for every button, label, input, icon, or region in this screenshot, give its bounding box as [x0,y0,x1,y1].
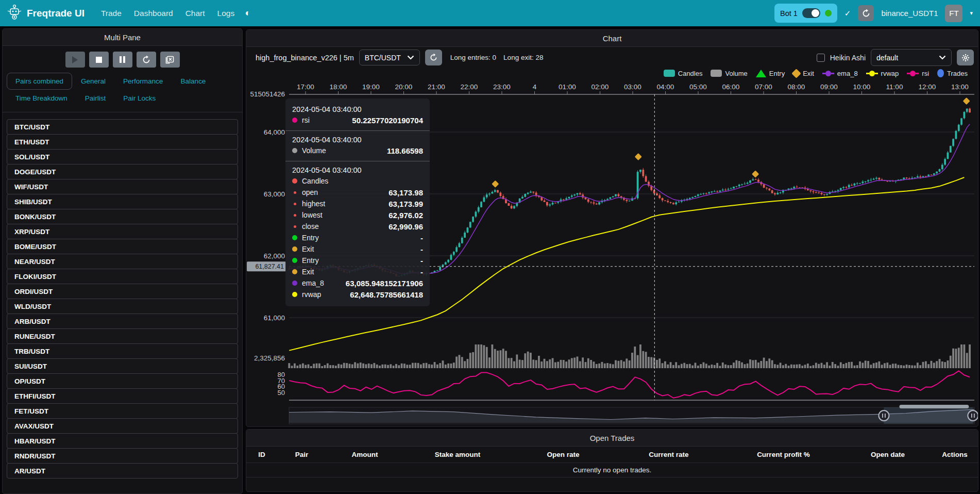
stop-button[interactable] [89,52,109,68]
nav-item-logs[interactable]: Logs [211,5,241,22]
pair-row-sui[interactable]: SUI/USDT [7,358,238,374]
pause-button[interactable] [113,52,132,68]
tooltip-row-close: close62,990.96 [292,221,423,232]
chevron-down-icon [939,55,946,60]
tooltip-label: lowest [302,211,323,219]
tab-pair-locks[interactable]: Pair Locks [114,90,164,107]
legend-swatch [791,69,801,78]
pair-row-fet[interactable]: FET/USDT [7,403,238,419]
svg-text:20:00: 20:00 [395,83,413,91]
pair-row-wld[interactable]: WLD/USDT [7,299,238,314]
bot-online-indicator [825,10,832,17]
tooltip-label: ema_8 [302,279,324,287]
legend-exit[interactable]: Exit [793,70,814,77]
pair-row-ethfi[interactable]: ETHFI/USDT [7,388,238,404]
datazoom-handle-left[interactable] [878,410,889,421]
tab-pairs-combined[interactable]: Pairs combined [7,73,72,90]
series-dot [292,148,297,153]
tooltip-value: 62,976.02 [388,211,423,220]
tooltip-value: - [420,234,423,242]
chart-panel: Chart high_frog_binance_v226 | 5m BTC/US… [246,29,978,427]
svg-text:06:00: 06:00 [722,83,740,91]
legend-volume[interactable]: Volume [711,70,747,77]
legend-rvwap[interactable]: rvwap [866,70,899,77]
datazoom-handle-right[interactable] [968,410,978,421]
svg-text:08:00: 08:00 [788,83,805,91]
user-avatar[interactable]: FT [945,5,962,22]
pair-row-floki[interactable]: FLOKI/USDT [7,269,238,284]
pair-row-rune[interactable]: RUNE/USDT [7,328,238,344]
bot-toggle[interactable] [802,8,820,18]
theme-toggle-icon[interactable]: ◐ [241,6,255,21]
volume-series [288,344,971,368]
plot-config-select[interactable]: default [871,49,952,66]
tab-general[interactable]: General [72,73,114,90]
pair-row-bome[interactable]: BOME/USDT [7,239,238,254]
tooltip-value: 63,085.948152171906 [346,279,423,288]
legend-trades[interactable]: Trades [937,69,968,77]
tab-pairlist[interactable]: Pairlist [76,90,115,107]
svg-text:07:00: 07:00 [755,83,772,91]
nav-item-trade[interactable]: Trade [95,5,128,22]
tooltip-date: 2024-05-04 03:40:00 [292,166,423,174]
nav-item-chart[interactable]: Chart [179,5,211,22]
tooltip-label: rsi [302,116,310,124]
pair-select[interactable]: BTC/USDT [359,50,420,65]
series-dot [294,191,296,194]
pair-row-wif[interactable]: WIF/USDT [7,179,238,194]
pair-row-ar[interactable]: AR/USDT [7,463,238,479]
pair-row-bonk[interactable]: BONK/USDT [7,209,238,224]
pair-row-shib[interactable]: SHIB/USDT [7,194,238,209]
legend-candles[interactable]: Candles [664,70,703,77]
svg-text:515051426: 515051426 [250,90,285,98]
tab-balance[interactable]: Balance [172,73,214,90]
pair-row-btc[interactable]: BTC/USDT [7,119,238,135]
chart-legend: CandlesVolumeEntryExitema_8rvwaprsiTrade… [246,67,978,79]
tab-performance[interactable]: Performance [114,73,172,90]
pair-row-ordi[interactable]: ORDI/USDT [7,284,238,299]
chevron-down-icon[interactable]: ▾ [970,10,973,17]
chart-refresh-button[interactable] [425,50,442,65]
legend-swatch [866,71,878,76]
legend-ema_8[interactable]: ema_8 [822,70,858,77]
pair-row-trb[interactable]: TRB/USDT [7,343,238,359]
datazoom-scroll-thumb[interactable] [899,405,969,408]
pair-row-rndr[interactable]: RNDR/USDT [7,448,238,464]
legend-rsi[interactable]: rsi [907,70,929,77]
col-open-date: Open date [844,451,932,458]
pair-row-near[interactable]: NEAR/USDT [7,254,238,269]
tooltip-value: - [420,256,423,265]
bot-label: Bot 1 [780,9,798,18]
svg-text:23:00: 23:00 [493,83,511,91]
tooltip-date: 2024-05-04 03:40:00 [292,105,423,113]
nav-item-dashboard[interactable]: Dashboard [128,5,179,22]
app-brand[interactable]: Freqtrade UI [7,4,85,22]
play-button[interactable] [65,52,85,68]
chart-plot-area[interactable]: 64,00063,00062,00061,0005150514262,325,8… [246,79,978,427]
bot-selector[interactable]: Bot 1 [774,4,837,23]
clear-chart-button[interactable] [160,52,180,68]
datazoom-selection[interactable] [884,407,973,424]
reload-button[interactable] [858,5,874,21]
legend-entry[interactable]: Entry [756,70,785,77]
tooltip-row-open: open63,173.98 [292,187,423,198]
refresh-icon [142,56,150,64]
tab-time-breakdown[interactable]: Time Breakdown [7,90,76,107]
tooltip-row-ema_8: ema_863,085.948152171906 [292,277,423,289]
pair-row-sol[interactable]: SOL/USDT [7,149,238,164]
legend-swatch [937,69,944,77]
heikin-ashi-checkbox[interactable] [817,54,825,62]
datazoom-slider[interactable] [289,405,978,424]
pair-row-op[interactable]: OP/USDT [7,373,238,389]
tooltip-label: highest [302,200,325,208]
pair-row-xrp[interactable]: XRP/USDT [7,224,238,239]
tooltip-date: 2024-05-04 03:40:00 [292,136,423,144]
legend-label: Trades [947,70,968,77]
pair-row-avax[interactable]: AVAX/USDT [7,418,238,434]
pair-row-doge[interactable]: DOGE/USDT [7,164,238,179]
refresh-button[interactable] [137,52,156,68]
pair-row-arb[interactable]: ARB/USDT [7,314,238,329]
plot-settings-button[interactable] [957,50,974,65]
pair-row-hbar[interactable]: HBAR/USDT [7,433,238,449]
pair-row-eth[interactable]: ETH/USDT [7,134,238,150]
